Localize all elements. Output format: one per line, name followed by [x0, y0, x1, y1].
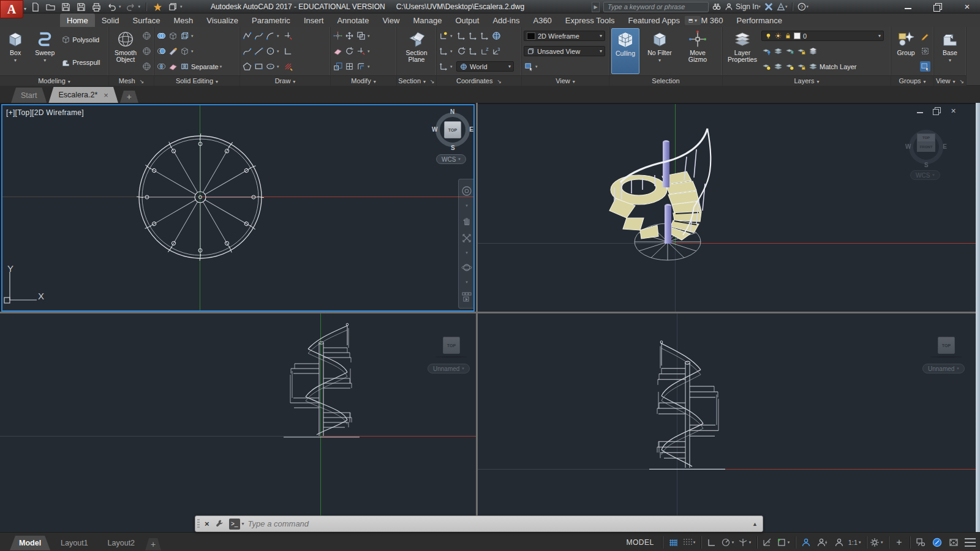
ribbon-tab[interactable]: Featured Apps [622, 13, 687, 27]
layer-select[interactable]: 0▾ [761, 31, 884, 41]
measure-icon[interactable] [283, 31, 293, 41]
viewport-config-icon[interactable] [524, 61, 534, 72]
move-gizmo-button[interactable]: Move Gizmo [680, 28, 715, 74]
model-space-toggle[interactable]: MODEL [622, 538, 659, 547]
trim-icon[interactable] [356, 46, 366, 56]
panel-title-coordinates[interactable]: Coordinates [437, 75, 521, 86]
command-recent-caret-icon[interactable]: ▾ [242, 521, 244, 527]
ortho-toggle[interactable] [704, 535, 719, 550]
move-icon[interactable] [344, 31, 355, 41]
presspull-button[interactable]: Presspull [61, 58, 107, 68]
osnap-tracking-toggle[interactable] [760, 535, 775, 550]
save-as-icon[interactable] [75, 1, 86, 12]
command-history-caret-icon[interactable]: ▲ [747, 521, 763, 527]
separate-caret-icon[interactable]: ▾ [220, 64, 225, 69]
search-icon[interactable] [712, 2, 721, 11]
separate-label[interactable]: Separate [191, 63, 219, 70]
new-drawing-tab-button[interactable]: + [120, 91, 138, 103]
ucs-3point-icon[interactable] [491, 46, 502, 56]
viewcube-south[interactable]: S [451, 144, 455, 151]
command-line-customize-icon[interactable] [213, 519, 227, 530]
layer-match-icon[interactable] [808, 61, 818, 72]
annotation-visibility-toggle[interactable] [799, 535, 813, 550]
erase-icon[interactable] [333, 46, 343, 56]
polar-tracking-toggle[interactable]: ▾ [721, 535, 736, 550]
viewcube-front-face[interactable]: TOP [443, 337, 460, 354]
group-bounding-icon[interactable] [920, 46, 930, 56]
drawing-close-button[interactable]: × [949, 107, 957, 114]
layer-off-icon[interactable] [785, 61, 795, 72]
smooth-object-button[interactable]: Smooth Object [111, 28, 140, 74]
viewcube-side-face[interactable]: TOP [938, 337, 955, 354]
ribbon-tab[interactable]: Home [60, 13, 95, 27]
ucs-face-icon[interactable] [468, 46, 478, 56]
panel-title-solid-editing[interactable]: Solid Editing [154, 75, 239, 86]
culling-button[interactable]: Culling [611, 28, 639, 74]
panel-title-view[interactable]: View [522, 75, 609, 86]
navigation-wheel-icon[interactable] [461, 186, 472, 197]
panel-title-selection[interactable]: Selection [609, 75, 722, 86]
undo-icon[interactable] [106, 1, 117, 12]
match-layer-label[interactable]: Match Layer [820, 63, 857, 70]
layout-tab[interactable]: Layout2 [99, 536, 144, 550]
drawing-minimize-button[interactable] [916, 107, 924, 114]
viewport-controls-label[interactable]: [+][Top][2D Wireframe] [6, 108, 84, 117]
interfere-icon[interactable] [179, 31, 190, 41]
mesh-crease-icon[interactable] [141, 61, 152, 72]
section-plane-button[interactable]: Section Plane [399, 28, 434, 74]
view-name-side[interactable]: Unnamed [922, 364, 965, 373]
ucs-object-icon[interactable] [439, 61, 449, 72]
subtract-icon[interactable] [156, 46, 167, 56]
ucs-world-icon[interactable] [491, 31, 502, 41]
visual-style-select[interactable]: 2D Wireframe▾ [524, 31, 605, 41]
viewcube[interactable]: N W E S TOP [433, 110, 472, 149]
viewcube-3d-top-face[interactable]: TOP [917, 133, 935, 142]
ribbon-tab[interactable]: Express Tools [559, 13, 622, 27]
mesh-refine-icon[interactable] [141, 31, 152, 41]
layer-unlock2-icon[interactable] [796, 61, 807, 72]
group-button[interactable]: Group [893, 28, 919, 74]
exchange-apps-icon[interactable] [764, 2, 773, 11]
ribbon-tab[interactable]: Insert [297, 13, 331, 27]
hatch-icon[interactable] [283, 61, 293, 72]
layout-tab[interactable]: Model [10, 536, 50, 550]
command-line[interactable]: × >_ ▾ Type a command ▲ [195, 515, 763, 532]
box-button[interactable]: Box [2, 28, 29, 74]
panel-title-groups[interactable]: Groups [891, 75, 933, 86]
intersect-icon[interactable] [156, 61, 167, 72]
solidedit-caret-icon[interactable]: ▾ [191, 34, 196, 39]
navigation-bar[interactable]: ▾ ▾ ▾ [458, 179, 475, 309]
layout-tab[interactable]: Layout1 [51, 536, 97, 550]
rectangle-icon[interactable] [254, 61, 264, 72]
group-select-icon[interactable] [920, 61, 930, 72]
ribbon-tab[interactable]: Solid [95, 13, 126, 27]
file-tab[interactable]: Escalera.2* × [48, 87, 118, 103]
ucs-previous-icon[interactable] [456, 46, 467, 56]
polygon-icon[interactable] [242, 61, 252, 72]
viewcube-side[interactable]: TOP [927, 326, 966, 365]
wcs-menu[interactable]: WCS [436, 154, 466, 164]
new-file-icon[interactable] [29, 1, 40, 12]
view-name-front[interactable]: Unnamed [428, 364, 470, 373]
revcloud-icon[interactable] [254, 31, 264, 41]
plot-icon[interactable] [91, 1, 102, 12]
isodraft-toggle[interactable]: ▾ [738, 535, 753, 550]
drawing-restore-button[interactable] [933, 107, 941, 114]
extrude-faces-icon[interactable] [179, 46, 190, 56]
union-icon[interactable] [156, 31, 167, 41]
clean-icon[interactable] [168, 61, 178, 72]
wcs-menu-3d[interactable]: WCS [910, 170, 940, 180]
base-button[interactable]: Base [937, 28, 963, 74]
ucs-origin-icon[interactable] [468, 31, 478, 41]
rotate-icon[interactable] [344, 46, 355, 56]
zoom-extents-icon[interactable] [461, 233, 472, 244]
layer-unisolate-icon[interactable] [761, 61, 772, 72]
open-file-icon[interactable] [45, 1, 56, 12]
ucs-view-icon[interactable] [456, 31, 467, 41]
viewport-3d[interactable]: W E S TOP FRONT WCS [478, 104, 976, 312]
scale-icon[interactable] [333, 61, 343, 72]
command-recent-icon[interactable]: >_ [229, 519, 240, 530]
a360-icon[interactable]: ▾ [777, 2, 788, 11]
redo-caret-icon[interactable]: ▾ [138, 4, 141, 9]
annotation-scale-value[interactable]: 1:1▾ [848, 535, 863, 550]
